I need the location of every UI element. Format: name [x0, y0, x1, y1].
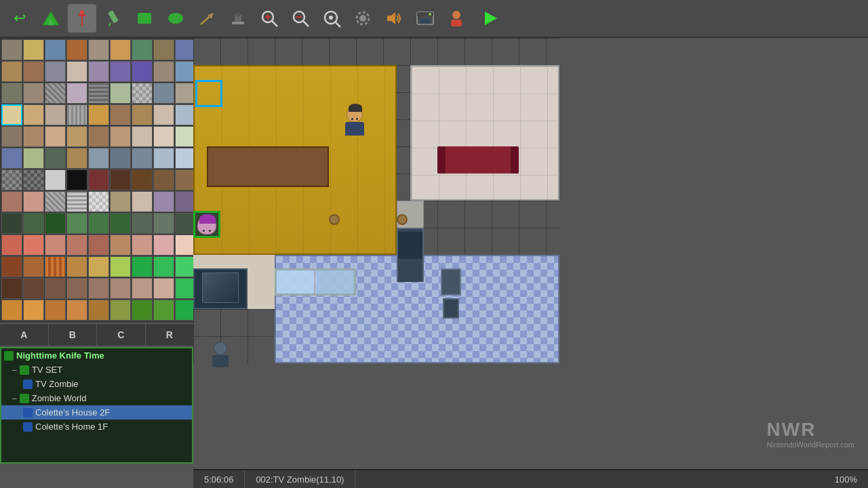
tile-cell[interactable] — [45, 126, 66, 147]
tile-cell[interactable] — [88, 126, 109, 147]
stamp-button[interactable] — [224, 4, 252, 33]
circle-button[interactable] — [161, 4, 190, 33]
tile-cell[interactable] — [110, 126, 131, 147]
tile-cell[interactable] — [1, 126, 22, 147]
tile-cell[interactable] — [45, 148, 66, 169]
volume-button[interactable] — [380, 4, 408, 33]
tree-item-tvset[interactable]: – TV SET — [1, 363, 192, 377]
tile-cell[interactable] — [175, 148, 193, 169]
tile-cell[interactable] — [175, 213, 193, 234]
tile-cell[interactable] — [66, 83, 87, 104]
tile-cell[interactable] — [66, 104, 87, 125]
tile-cell[interactable] — [1, 235, 22, 256]
tile-cell[interactable] — [175, 300, 193, 321]
screenshot-button[interactable] — [411, 4, 439, 33]
tile-cell[interactable] — [23, 300, 44, 321]
tile-cell[interactable] — [132, 278, 153, 299]
tile-cell[interactable] — [88, 300, 109, 321]
tile-cell[interactable] — [45, 191, 66, 212]
tile-cell[interactable] — [45, 83, 66, 104]
tile-cell[interactable] — [110, 104, 131, 125]
tile-cell[interactable] — [1, 39, 22, 60]
tile-cell[interactable] — [1, 278, 22, 299]
tile-cell[interactable] — [88, 61, 109, 82]
tile-cell[interactable] — [1, 300, 22, 321]
tile-cell[interactable] — [175, 278, 193, 299]
rectangle-button[interactable] — [130, 4, 159, 33]
tile-cell[interactable] — [1, 213, 22, 234]
tile-cell[interactable] — [110, 191, 131, 212]
undo-button[interactable]: ↩ — [5, 4, 34, 33]
tile-cell[interactable] — [153, 278, 174, 299]
tile-cell[interactable] — [1, 169, 22, 190]
tile-cell[interactable] — [153, 148, 174, 169]
tile-cell[interactable] — [175, 104, 193, 125]
tile-cell[interactable] — [23, 39, 44, 60]
tile-cell[interactable] — [45, 169, 66, 190]
tile-cell[interactable] — [23, 148, 44, 169]
tile-cell[interactable] — [88, 191, 109, 212]
tile-cell[interactable] — [110, 83, 131, 104]
tile-cell[interactable] — [45, 278, 66, 299]
tile-cell[interactable] — [110, 39, 131, 60]
tile-cell[interactable] — [45, 39, 66, 60]
tile-cell[interactable] — [153, 256, 174, 277]
tile-cell[interactable] — [175, 191, 193, 212]
tile-cell[interactable] — [88, 104, 109, 125]
zoom-fit-button[interactable] — [317, 4, 346, 33]
tile-cell[interactable] — [45, 235, 66, 256]
tile-cell[interactable] — [23, 83, 44, 104]
play-button[interactable] — [476, 4, 505, 33]
tile-cell[interactable] — [175, 256, 193, 277]
tile-cell[interactable] — [132, 61, 153, 82]
tab-a[interactable]: A — [0, 324, 49, 346]
tile-cell[interactable] — [23, 256, 44, 277]
tile-cell[interactable] — [66, 191, 87, 212]
tile-cell[interactable] — [88, 235, 109, 256]
tile-cell[interactable] — [23, 61, 44, 82]
tile-cell[interactable] — [45, 61, 66, 82]
tile-cell[interactable] — [23, 278, 44, 299]
tile-cell[interactable] — [132, 126, 153, 147]
tile-cell[interactable] — [153, 61, 174, 82]
tile-cell[interactable] — [175, 39, 193, 60]
tile-cell[interactable] — [153, 191, 174, 212]
tile-cell[interactable] — [66, 256, 87, 277]
tile-cell[interactable] — [66, 169, 87, 190]
tile-cell[interactable] — [132, 169, 153, 190]
tree-item-zombieworld[interactable]: – Zombie World — [1, 391, 192, 405]
tile-cell[interactable] — [23, 213, 44, 234]
tile-cell[interactable] — [132, 83, 153, 104]
arrow-button[interactable] — [193, 4, 221, 33]
tile-cell[interactable] — [153, 83, 174, 104]
tile-cell[interactable] — [45, 300, 66, 321]
tile-cell[interactable] — [175, 169, 193, 190]
tree-item-tvzombie[interactable]: TV Zombie — [1, 377, 192, 391]
tile-cell[interactable] — [153, 213, 174, 234]
tile-cell[interactable] — [153, 39, 174, 60]
tile-cell[interactable] — [175, 61, 193, 82]
tab-r[interactable]: R — [146, 324, 194, 346]
tile-cell[interactable] — [132, 256, 153, 277]
tile-cell[interactable] — [153, 235, 174, 256]
map-area[interactable]: NWR NintendoWorldReport.com — [193, 38, 868, 469]
tile-cell[interactable] — [66, 61, 87, 82]
tile-cell[interactable] — [23, 104, 44, 125]
tile-cell[interactable] — [110, 61, 131, 82]
tile-cell[interactable] — [66, 300, 87, 321]
tile-cell[interactable] — [153, 104, 174, 125]
tile-cell[interactable] — [175, 83, 193, 104]
tile-cell[interactable] — [88, 39, 109, 60]
tree-item-colette2f[interactable]: Colette's House 2F — [1, 405, 192, 420]
tree-item-root[interactable]: Nighttime Knife Time — [1, 348, 192, 363]
tile-cell[interactable] — [132, 191, 153, 212]
terrain-button[interactable] — [37, 4, 65, 33]
tile-cell[interactable] — [45, 256, 66, 277]
tile-cell[interactable] — [88, 213, 109, 234]
tile-cell[interactable] — [110, 148, 131, 169]
tile-cell[interactable] — [88, 278, 109, 299]
tab-b[interactable]: B — [49, 324, 98, 346]
pencil-button[interactable] — [99, 4, 127, 33]
tile-cell[interactable] — [88, 83, 109, 104]
tile-cell[interactable] — [1, 191, 22, 212]
